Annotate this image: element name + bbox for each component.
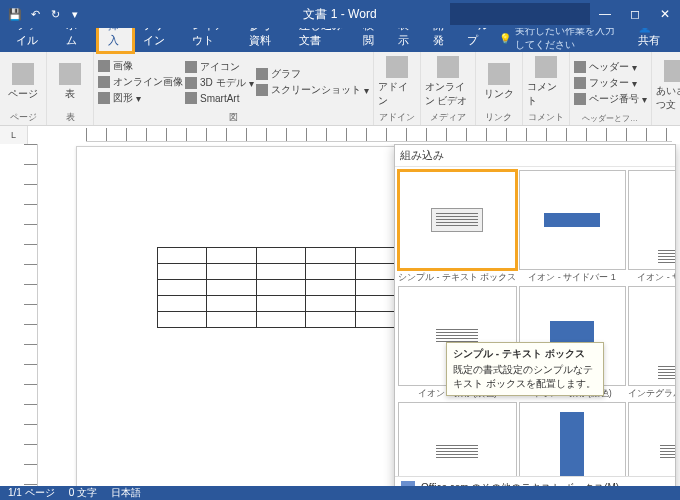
- ribbon: ページ ページ 表 表 画像 オンライン画像 図形 ▾ アイコン 3D モデル …: [0, 52, 680, 126]
- group-label-pages: ページ: [4, 110, 42, 124]
- group-label-addins: アドイン: [378, 110, 416, 124]
- pages-icon: [12, 63, 34, 85]
- gallery-tooltip: シンプル - テキスト ボックス 既定の書式設定のシンプルなテキスト ボックスを…: [446, 342, 604, 396]
- tooltip-description: 既定の書式設定のシンプルなテキスト ボックスを配置します。: [453, 363, 597, 391]
- greeting-button[interactable]: あいさつ文: [656, 54, 680, 117]
- group-label-table: 表: [51, 110, 89, 124]
- status-words[interactable]: 0 文字: [69, 486, 97, 500]
- model3d-button[interactable]: 3D モデル ▾: [185, 76, 254, 90]
- link-icon: [488, 63, 510, 85]
- screenshot-icon: [256, 84, 268, 96]
- group-label-hf: ヘッダーとフ…: [574, 112, 647, 124]
- icons-icon: [185, 61, 197, 73]
- undo-icon[interactable]: ↶: [28, 7, 42, 21]
- gallery-thumb: [519, 402, 626, 476]
- group-table: 表 表: [47, 52, 94, 125]
- gallery-thumb: [628, 402, 676, 476]
- page-number-icon: [574, 93, 586, 105]
- icons-button[interactable]: アイコン: [185, 60, 254, 74]
- gallery-item[interactable]: シンプル - テキスト ボックス: [398, 170, 517, 284]
- gallery-thumb: [628, 286, 676, 386]
- greeting-icon: [664, 60, 680, 82]
- gallery-header: 組み込み: [395, 145, 675, 167]
- account-banner[interactable]: [450, 3, 590, 25]
- addins-icon: [386, 56, 408, 78]
- footer-button[interactable]: フッター ▾: [574, 76, 647, 90]
- model3d-icon: [185, 77, 197, 89]
- online-video-button[interactable]: オンライン ビデオ: [425, 54, 471, 110]
- pictures-icon: [98, 60, 110, 72]
- gallery-item[interactable]: オースティン - サイドバー: [519, 402, 626, 476]
- lightbulb-icon: 💡: [499, 33, 511, 44]
- status-page[interactable]: 1/1 ページ: [8, 486, 55, 500]
- gallery-item[interactable]: オースティン - 引用: [628, 402, 676, 476]
- smartart-button[interactable]: SmartArt: [185, 92, 254, 104]
- pictures-button[interactable]: 画像: [98, 59, 183, 73]
- chart-icon: [256, 68, 268, 80]
- tooltip-title: シンプル - テキスト ボックス: [453, 347, 597, 361]
- window-title: 文書 1 - Word: [303, 6, 376, 23]
- online-pictures-icon: [98, 76, 110, 88]
- gallery-thumb: [628, 170, 676, 270]
- gallery-item[interactable]: イオン - サイドバー 1: [519, 170, 626, 284]
- addins-button[interactable]: アドイン: [378, 54, 416, 110]
- gallery-thumb: [398, 402, 517, 476]
- online-pictures-button[interactable]: オンライン画像: [98, 75, 183, 89]
- group-pages: ページ ページ: [0, 52, 47, 125]
- document-table[interactable]: [157, 247, 405, 328]
- chart-button[interactable]: グラフ: [256, 67, 369, 81]
- group-text: あいさつ文 テキスト ボックス▾ ▾ ▾ ▾ テキスト: [652, 52, 680, 125]
- page-number-button[interactable]: ページ番号 ▾: [574, 92, 647, 106]
- video-icon: [437, 56, 459, 78]
- group-label-media: メディア: [425, 110, 471, 124]
- shapes-button[interactable]: 図形 ▾: [98, 91, 183, 105]
- horizontal-ruler[interactable]: L: [0, 126, 680, 144]
- group-addins: アドイン アドイン: [374, 52, 421, 125]
- minimize-button[interactable]: ―: [590, 0, 620, 28]
- ribbon-tabs: ファイル ホーム 挿入 デザイン レイアウト 参考資料 差し込み文書 校閲 表示…: [0, 28, 680, 52]
- vertical-ruler[interactable]: [24, 144, 38, 486]
- redo-icon[interactable]: ↻: [48, 7, 62, 21]
- pages-button[interactable]: ページ: [4, 54, 42, 110]
- textbox-gallery: 組み込み シンプル - テキスト ボックス イオン - サイドバー 1 イオン …: [394, 144, 676, 486]
- gallery-thumb: [519, 170, 626, 270]
- table-icon: [59, 63, 81, 85]
- group-illustrations: 画像 オンライン画像 図形 ▾ アイコン 3D モデル ▾ SmartArt グ…: [94, 52, 374, 125]
- header-icon: [574, 61, 586, 73]
- qat-customize-icon[interactable]: ▾: [68, 7, 82, 21]
- title-bar: 💾 ↶ ↻ ▾ 文書 1 - Word ― ◻ ✕: [0, 0, 680, 28]
- gallery-footer: Office.com のその他のテキスト ボックス(M) 横書きテキスト ボック…: [395, 476, 675, 486]
- status-bar: 1/1 ページ 0 文字 日本語: [0, 486, 680, 500]
- maximize-button[interactable]: ◻: [620, 0, 650, 28]
- gallery-grid: シンプル - テキスト ボックス イオン - サイドバー 1 イオン - サイド…: [395, 167, 675, 476]
- group-links: リンク リンク: [476, 52, 523, 125]
- comment-icon: [535, 56, 557, 78]
- table-button[interactable]: 表: [51, 54, 89, 110]
- group-comments: コメント コメント: [523, 52, 570, 125]
- close-button[interactable]: ✕: [650, 0, 680, 28]
- document-area: シンプル - テキスト ボックス 既定の書式設定のシンプルなテキスト ボックスを…: [0, 144, 680, 486]
- footer-icon: [574, 77, 586, 89]
- more-from-office[interactable]: Office.com のその他のテキスト ボックス(M): [395, 477, 675, 486]
- links-button[interactable]: リンク: [480, 54, 518, 110]
- status-language[interactable]: 日本語: [111, 486, 141, 500]
- gallery-item[interactable]: インテグラル - サイドバー: [628, 286, 676, 400]
- group-label-comments: コメント: [527, 110, 565, 124]
- group-header-footer: ヘッダー ▾ フッター ▾ ページ番号 ▾ ヘッダーとフ…: [570, 52, 652, 125]
- comment-button[interactable]: コメント: [527, 54, 565, 110]
- screenshot-button[interactable]: スクリーンショット ▾: [256, 83, 369, 97]
- smartart-icon: [185, 92, 197, 104]
- group-label-illustrations: 図: [98, 110, 369, 124]
- gallery-thumb: [398, 170, 517, 270]
- header-button[interactable]: ヘッダー ▾: [574, 60, 647, 74]
- document-page[interactable]: [76, 146, 406, 486]
- tellme-search[interactable]: 💡実行したい作業を入力してください: [499, 24, 617, 52]
- group-media: オンライン ビデオ メディア: [421, 52, 476, 125]
- gallery-item[interactable]: インテグラル - 引用: [398, 402, 517, 476]
- shapes-icon: [98, 92, 110, 104]
- group-label-links: リンク: [480, 110, 518, 124]
- save-icon[interactable]: 💾: [8, 7, 22, 21]
- gallery-item[interactable]: イオン - サイドバー 2: [628, 170, 676, 284]
